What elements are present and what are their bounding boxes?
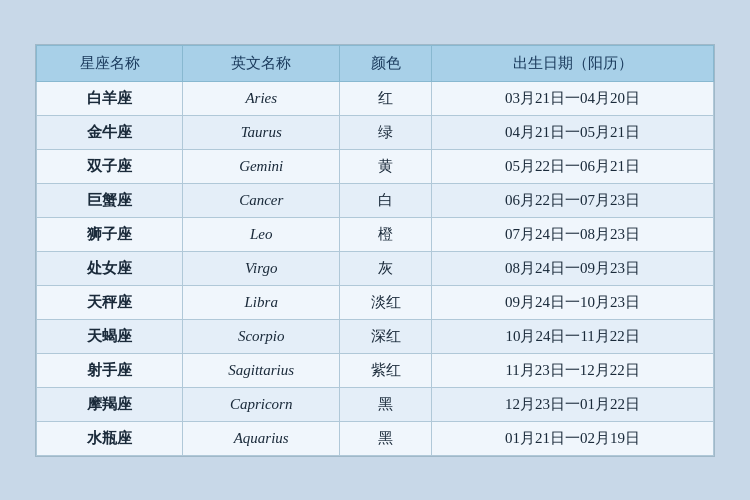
cell-english-name: Aries bbox=[183, 81, 340, 115]
cell-color: 黄 bbox=[340, 149, 432, 183]
cell-chinese-name: 双子座 bbox=[37, 149, 183, 183]
cell-english-name: Taurus bbox=[183, 115, 340, 149]
cell-dates: 03月21日一04月20日 bbox=[432, 81, 714, 115]
cell-chinese-name: 天蝎座 bbox=[37, 319, 183, 353]
header-dates: 出生日期（阳历） bbox=[432, 45, 714, 81]
cell-english-name: Leo bbox=[183, 217, 340, 251]
cell-color: 橙 bbox=[340, 217, 432, 251]
header-color: 颜色 bbox=[340, 45, 432, 81]
cell-dates: 12月23日一01月22日 bbox=[432, 387, 714, 421]
cell-dates: 05月22日一06月21日 bbox=[432, 149, 714, 183]
cell-chinese-name: 处女座 bbox=[37, 251, 183, 285]
cell-dates: 10月24日一11月22日 bbox=[432, 319, 714, 353]
table-row: 狮子座Leo橙07月24日一08月23日 bbox=[37, 217, 714, 251]
table-row: 巨蟹座Cancer白06月22日一07月23日 bbox=[37, 183, 714, 217]
cell-english-name: Scorpio bbox=[183, 319, 340, 353]
table-row: 处女座Virgo灰08月24日一09月23日 bbox=[37, 251, 714, 285]
table-body: 白羊座Aries红03月21日一04月20日金牛座Taurus绿04月21日一0… bbox=[37, 81, 714, 455]
cell-english-name: Capricorn bbox=[183, 387, 340, 421]
header-chinese-name: 星座名称 bbox=[37, 45, 183, 81]
table-row: 双子座Gemini黄05月22日一06月21日 bbox=[37, 149, 714, 183]
cell-dates: 01月21日一02月19日 bbox=[432, 421, 714, 455]
zodiac-table-container: 星座名称 英文名称 颜色 出生日期（阳历） 白羊座Aries红03月21日一04… bbox=[35, 44, 715, 457]
cell-dates: 09月24日一10月23日 bbox=[432, 285, 714, 319]
table-row: 摩羯座Capricorn黑12月23日一01月22日 bbox=[37, 387, 714, 421]
cell-chinese-name: 射手座 bbox=[37, 353, 183, 387]
cell-color: 紫红 bbox=[340, 353, 432, 387]
zodiac-table: 星座名称 英文名称 颜色 出生日期（阳历） 白羊座Aries红03月21日一04… bbox=[36, 45, 714, 456]
cell-color: 淡红 bbox=[340, 285, 432, 319]
header-english-name: 英文名称 bbox=[183, 45, 340, 81]
cell-chinese-name: 白羊座 bbox=[37, 81, 183, 115]
cell-english-name: Sagittarius bbox=[183, 353, 340, 387]
cell-color: 白 bbox=[340, 183, 432, 217]
table-row: 射手座Sagittarius紫红11月23日一12月22日 bbox=[37, 353, 714, 387]
cell-color: 黑 bbox=[340, 421, 432, 455]
cell-english-name: Aquarius bbox=[183, 421, 340, 455]
cell-dates: 11月23日一12月22日 bbox=[432, 353, 714, 387]
cell-chinese-name: 金牛座 bbox=[37, 115, 183, 149]
cell-english-name: Gemini bbox=[183, 149, 340, 183]
cell-dates: 06月22日一07月23日 bbox=[432, 183, 714, 217]
cell-chinese-name: 摩羯座 bbox=[37, 387, 183, 421]
cell-dates: 04月21日一05月21日 bbox=[432, 115, 714, 149]
cell-dates: 07月24日一08月23日 bbox=[432, 217, 714, 251]
cell-dates: 08月24日一09月23日 bbox=[432, 251, 714, 285]
table-row: 天蝎座Scorpio深红10月24日一11月22日 bbox=[37, 319, 714, 353]
table-row: 金牛座Taurus绿04月21日一05月21日 bbox=[37, 115, 714, 149]
cell-chinese-name: 天秤座 bbox=[37, 285, 183, 319]
cell-english-name: Virgo bbox=[183, 251, 340, 285]
cell-chinese-name: 水瓶座 bbox=[37, 421, 183, 455]
cell-english-name: Cancer bbox=[183, 183, 340, 217]
cell-color: 红 bbox=[340, 81, 432, 115]
table-row: 天秤座Libra淡红09月24日一10月23日 bbox=[37, 285, 714, 319]
cell-english-name: Libra bbox=[183, 285, 340, 319]
table-row: 水瓶座Aquarius黑01月21日一02月19日 bbox=[37, 421, 714, 455]
table-header-row: 星座名称 英文名称 颜色 出生日期（阳历） bbox=[37, 45, 714, 81]
cell-chinese-name: 狮子座 bbox=[37, 217, 183, 251]
cell-color: 绿 bbox=[340, 115, 432, 149]
cell-chinese-name: 巨蟹座 bbox=[37, 183, 183, 217]
cell-color: 深红 bbox=[340, 319, 432, 353]
cell-color: 黑 bbox=[340, 387, 432, 421]
cell-color: 灰 bbox=[340, 251, 432, 285]
table-row: 白羊座Aries红03月21日一04月20日 bbox=[37, 81, 714, 115]
